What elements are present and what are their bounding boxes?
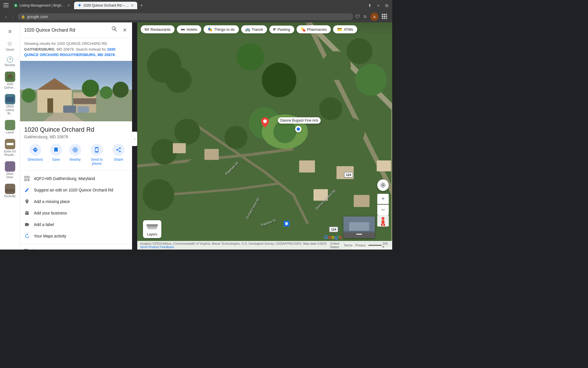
locate-me-button[interactable] — [377, 179, 389, 191]
recents-label: Recents — [5, 64, 15, 67]
reload-button[interactable]: ↻ — [362, 13, 369, 20]
send-to-phone-button[interactable]: Send to phone — [88, 144, 105, 166]
grid-apps-button[interactable] — [380, 13, 389, 21]
svg-rect-23 — [5, 189, 15, 192]
svg-rect-82 — [299, 160, 315, 172]
recents-icon: 🕐 — [6, 56, 13, 63]
sidebar-toggle[interactable] — [2, 2, 10, 9]
transit-map-icon[interactable] — [284, 221, 289, 227]
svg-rect-10 — [382, 18, 383, 19]
new-tab-button[interactable]: + — [138, 2, 145, 9]
clear-button[interactable]: ✕ — [121, 26, 128, 34]
svg-point-89 — [263, 119, 267, 123]
chip-pharmacies[interactable]: 💊 Pharmacies — [297, 25, 331, 33]
zoom-in-button[interactable]: + — [377, 194, 389, 204]
restaurants-label: Restaurants — [150, 27, 171, 32]
add-label-text: Add a label — [34, 222, 54, 227]
search-button[interactable] — [111, 25, 119, 35]
business-label[interactable]: Dianne Bugash Fine Arts — [278, 117, 321, 124]
info-item-add-label[interactable]: Add a label — [20, 219, 132, 230]
sidebar-thumb-liberty — [5, 94, 15, 104]
svg-rect-0 — [3, 3, 9, 4]
svg-rect-28 — [47, 98, 53, 113]
svg-rect-17 — [6, 97, 14, 102]
search-input[interactable] — [24, 28, 108, 33]
chip-atms[interactable]: 💳 ATMs — [333, 25, 357, 33]
sidebar-item-kyoto[interactable]: Kyoto Go Teriyaki... — [1, 137, 19, 158]
tab-listing-close[interactable]: ✕ — [67, 3, 70, 7]
map-marker[interactable] — [261, 117, 269, 128]
tab-maps-close[interactable]: ✕ — [131, 3, 134, 7]
save-label: Save — [52, 158, 60, 162]
share-button[interactable]: Share — [113, 144, 125, 166]
hamburger-menu[interactable]: ≡ — [6, 26, 14, 37]
svg-rect-7 — [382, 16, 383, 17]
maps-panel: ✕ Showing results for 1020 QUINCE ORCHAR… — [20, 22, 132, 250]
toolbar-windows-button[interactable]: ⧉ — [384, 2, 390, 9]
tab-maps-label: 1020 Quince Orchard Rd – Google Maps — [83, 3, 129, 7]
things-to-do-label: Things to do — [214, 27, 235, 32]
parking-icon: P — [273, 27, 276, 32]
svg-rect-41 — [25, 176, 26, 178]
sidebar-item-silver[interactable]: Silver Diner — [1, 160, 19, 181]
info-item-plus-code[interactable]: 4QF2+M5 Gaithersburg, Maryland — [20, 173, 132, 184]
svg-rect-96 — [148, 228, 157, 229]
chip-transit[interactable]: 🚌 Transit — [241, 25, 267, 33]
svg-point-70 — [225, 126, 247, 149]
info-item-suggest-edit[interactable]: Suggest an edit on 1020 Quince Orchard R… — [20, 184, 132, 196]
directions-button[interactable]: Directions — [28, 144, 43, 166]
tab-maps[interactable]: 1020 Quince Orchard Rd – Google Maps ✕ — [74, 2, 137, 9]
address-bar[interactable]: 🔒 google.com — [18, 13, 353, 20]
street-view-thumbnail[interactable] — [343, 216, 375, 238]
sidebar-item-rockville[interactable]: Rockville — [1, 182, 19, 200]
sidebar-item-laurel[interactable]: Laurel — [1, 118, 19, 136]
route-badge-1: 124 — [344, 172, 353, 178]
sidebar-item-1020[interactable]: 1020 Quince... — [1, 70, 19, 91]
svg-rect-18 — [5, 120, 15, 130]
chip-things-to-do[interactable]: 🎭 Things to do — [204, 25, 239, 33]
layers-button[interactable]: Layers — [143, 220, 161, 238]
footer-link-privacy[interactable]: Privacy — [355, 244, 366, 247]
info-item-add-business[interactable]: Add your business — [20, 207, 132, 219]
scale-label: 100 ft — [382, 242, 389, 249]
sidebar-item-recents[interactable]: 🕐 Recents — [3, 54, 17, 69]
business-pin-2[interactable] — [295, 126, 301, 132]
profile-avatar[interactable]: A — [370, 13, 378, 21]
transit-label: Transit — [252, 27, 263, 32]
footer-link-terms[interactable]: Terms — [344, 244, 353, 247]
svg-rect-35 — [63, 106, 76, 113]
chip-parking[interactable]: P Parking — [269, 26, 294, 33]
svg-point-75 — [322, 51, 351, 80]
atms-icon: 💳 — [337, 27, 342, 32]
pharmacies-label: Pharmacies — [307, 27, 327, 32]
info-item-add-missing[interactable]: Add a missing place — [20, 196, 132, 207]
feedback-link[interactable]: Send Product Feedback — [140, 245, 174, 249]
chip-restaurants[interactable]: 🍽 Restaurants — [141, 25, 175, 33]
panel-photo[interactable] — [20, 61, 132, 121]
tab-listing[interactable]: B Listing Management | Bright MLS ✕ — [10, 2, 74, 9]
collapse-panel-button[interactable]: ‹ — [132, 132, 137, 146]
save-button[interactable]: Save — [50, 144, 62, 166]
toolbar-new-tab-button[interactable]: + — [376, 2, 381, 9]
info-item-maps-activity[interactable]: Your Maps activity — [20, 230, 132, 242]
svg-point-90 — [297, 127, 300, 131]
sidebar-label-1020: 1020 Quince... — [3, 83, 17, 89]
zoom-out-button[interactable]: − — [377, 205, 389, 215]
back-button[interactable]: ‹ — [3, 13, 8, 20]
suggest-edit-text: Suggest an edit on 1020 Quince Orchard R… — [34, 188, 113, 192]
svg-rect-36 — [78, 106, 89, 113]
footer-link-us[interactable]: United States — [330, 242, 341, 249]
map-area[interactable]: Dianne Bugash Fine Arts 124 124 Pawnee D… — [137, 22, 392, 250]
svg-rect-1 — [3, 5, 9, 5]
svg-point-66 — [262, 63, 296, 97]
sidebar-item-saved[interactable]: ☆ Saved — [4, 38, 16, 53]
pegman-button[interactable] — [377, 215, 389, 227]
lock-icon: 🔒 — [21, 15, 25, 19]
sidebar-item-liberty[interactable]: 18920 Liberty M... — [1, 92, 19, 117]
chip-hotels[interactable]: 🛏 Hotels — [177, 25, 201, 33]
nearby-button[interactable]: Nearby — [69, 144, 81, 166]
toolbar-share-button[interactable]: ⬆ — [366, 2, 373, 9]
svg-point-68 — [174, 119, 200, 145]
svg-point-69 — [201, 99, 231, 129]
forward-button[interactable]: › — [11, 13, 16, 20]
